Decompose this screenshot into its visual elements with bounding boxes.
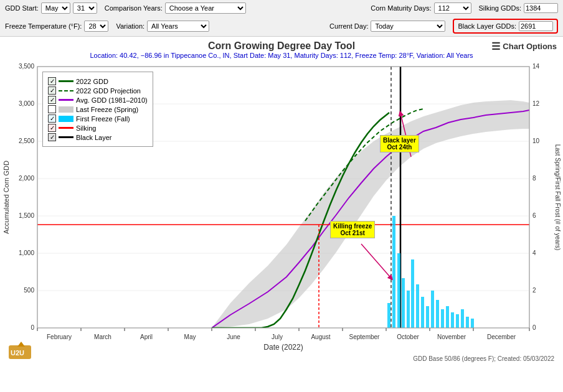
svg-text:1,500: 1,500 [19,212,34,219]
silking-label: Silking GDDs: [479,4,521,12]
svg-rect-61 [456,314,459,328]
chart-title: Corn Growing Degree Day Tool [0,40,563,52]
svg-rect-50 [402,278,405,328]
svg-text:0: 0 [532,324,536,331]
svg-text:0: 0 [31,324,34,331]
svg-text:3,000: 3,000 [19,100,34,107]
gdd-start-month-select[interactable]: May [41,2,70,14]
freeze-temp-label: Freeze Temperature (°F): [5,22,82,30]
black-layer-label: Black Layer GDDs: [458,22,516,30]
legend-label-silking: Silking [76,124,96,132]
svg-rect-49 [397,253,400,328]
svg-text:8: 8 [532,175,536,182]
legend-check-first-freeze[interactable]: ✓ [48,114,56,123]
current-day-select[interactable]: Today [371,21,445,32]
svg-rect-51 [407,291,410,328]
corn-maturity-group: Corn Maturity Days: 112 [371,2,471,14]
footer-text: GDD Base 50/86 (degrees F); Created: 05/… [413,355,554,362]
killing-freeze-annotation: Killing freezeOct 21st [330,221,375,238]
logo: U2U [7,340,34,362]
x-axis-months: February March April May June July Augus… [37,328,529,340]
svg-rect-55 [426,306,429,328]
svg-text:September: September [349,334,381,340]
legend-check-gdd2022[interactable]: ✓ [48,77,56,85]
x-axis-label: Date (2022) [263,343,303,352]
variation-label: Variation: [116,22,144,30]
legend-color-last-freeze [59,106,73,113]
legend-item-avg: ✓ Avg. GDD (1981–2010) [48,96,148,104]
comparison-years-group: Comparison Years: Choose a Year [105,2,246,14]
svg-text:2,500: 2,500 [19,138,34,144]
svg-rect-54 [421,297,424,328]
comparison-years-select[interactable]: Choose a Year [165,2,246,14]
svg-text:May: May [184,334,196,340]
freeze-temp-select[interactable]: 28 [84,21,108,32]
corn-maturity-select[interactable]: 112 [434,2,471,14]
legend-item-silking: ✓ Silking [48,124,148,132]
svg-text:10: 10 [532,138,540,144]
svg-rect-60 [451,312,454,328]
legend-color-avg [59,99,73,101]
chart-section: Corn Growing Degree Day Tool Location: 4… [0,37,563,367]
black-layer-input[interactable] [519,21,553,31]
comparison-label: Comparison Years: [105,4,163,12]
legend-check-projection[interactable]: ✓ [48,86,56,95]
svg-text:2,000: 2,000 [19,175,34,182]
legend-label-avg: Avg. GDD (1981–2010) [76,96,148,104]
current-day-label: Current Day: [329,22,368,30]
legend-color-first-freeze [59,116,73,122]
svg-rect-63 [466,317,469,328]
svg-text:U2U: U2U [11,349,24,357]
black-layer-group: Black Layer GDDs: [453,19,558,34]
variation-group: Variation: All Years [116,21,209,32]
legend-check-avg[interactable]: ✓ [48,96,56,104]
svg-text:June: June [227,334,240,340]
svg-rect-59 [446,306,449,328]
svg-text:August: August [311,334,330,340]
svg-text:February: February [47,334,72,340]
svg-marker-67 [17,342,25,347]
legend-label-black-layer: Black Layer [76,134,111,141]
svg-text:500: 500 [24,287,34,294]
svg-text:April: April [140,334,153,340]
gdd-start-label: GDD Start: [5,4,39,12]
gdd-start-day-select[interactable]: 31 [73,2,97,14]
svg-text:October: October [397,334,419,340]
svg-text:4: 4 [532,250,536,256]
silking-input[interactable] [524,3,558,13]
y-axis-right-ticks: 0 2 4 6 8 10 12 14 [532,63,540,331]
legend-check-silking[interactable]: ✓ [48,124,56,132]
legend-item-black-layer: ✓ Black Layer [48,133,148,141]
legend-color-gdd2022 [59,80,73,82]
svg-text:2: 2 [532,287,536,294]
legend-label-projection: 2022 GDD Projection [76,87,141,95]
chart-options-button[interactable]: ☰ Chart Options [491,40,557,52]
silking-group: Silking GDDs: [479,3,558,13]
corn-maturity-label: Corn Maturity Days: [371,4,431,12]
logo-svg: U2U [7,340,34,360]
svg-rect-57 [436,300,439,328]
legend-label-last-freeze: Last Freeze (Spring) [76,106,138,113]
legend-color-projection [59,90,73,91]
legend-check-last-freeze[interactable] [48,105,56,113]
svg-text:12: 12 [532,100,540,107]
legend-check-black-layer[interactable]: ✓ [48,133,56,141]
legend-item-first-freeze: ✓ First Freeze (Fall) [48,114,148,123]
y-axis-right-label: Last Spring/First Fall Frost (# of years… [554,144,561,251]
hamburger-icon: ☰ [491,40,500,52]
chart-legend: ✓ 2022 GDD ✓ 2022 GDD Projection ✓ Avg. … [42,72,153,147]
svg-text:6: 6 [532,212,536,219]
svg-rect-53 [416,284,419,328]
legend-item-gdd2022: ✓ 2022 GDD [48,77,148,85]
legend-item-projection: ✓ 2022 GDD Projection [48,86,148,95]
legend-item-last-freeze: Last Freeze (Spring) [48,105,148,113]
svg-rect-58 [441,309,444,328]
svg-rect-47 [387,303,390,328]
variation-select[interactable]: All Years [147,21,209,32]
controls-row1: GDD Start: May 31 Comparison Years: Choo… [0,0,563,16]
svg-rect-48 [392,216,395,328]
svg-text:March: March [94,334,111,340]
svg-text:14: 14 [532,63,540,70]
current-day-group: Current Day: Today [329,21,445,32]
svg-text:December: December [487,334,516,340]
